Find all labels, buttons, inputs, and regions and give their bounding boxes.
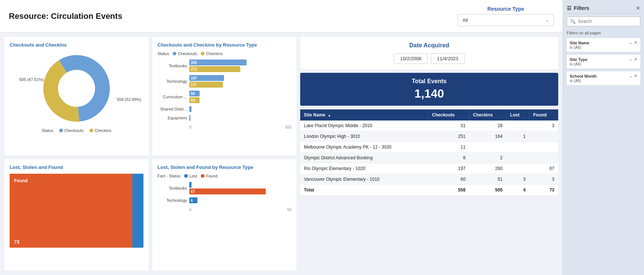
- lost-bar-card-title: Lost, Stolen and Found by Resource Type: [157, 164, 291, 170]
- right-panel: Date Acquired 10/2/2008 11/4/2023 Total …: [300, 37, 558, 271]
- donut-card-title: Checkouts and Checkins: [10, 42, 143, 48]
- close-icon[interactable]: ✕: [636, 5, 640, 11]
- sort-arrow: ▲: [328, 113, 331, 117]
- lost-legend-found: Found: [201, 174, 217, 178]
- cell-site: Olympic District Advanced Booking: [300, 153, 428, 163]
- checkouts-dot: [59, 129, 63, 132]
- technology-checkouts-bar: 187: [189, 75, 224, 81]
- cell-checkouts: 8: [428, 153, 469, 163]
- curriculum-checkouts-bar: 56: [189, 91, 200, 96]
- technology-checkins-bar: 177: [189, 82, 223, 88]
- col-found[interactable]: Found: [529, 109, 558, 120]
- filter-school-month: School Month ⌄ ✕ is (All): [567, 71, 640, 85]
- checkins-dot: [89, 129, 93, 132]
- cell-lost: 1: [506, 131, 529, 142]
- lost-stolen-found-card: Lost, Stolen and Found Found 73: [4, 159, 149, 271]
- bar-row-curriculum: Curriculum ... 56 53: [157, 91, 291, 103]
- cell-found: 3: [529, 120, 558, 131]
- cell-checkouts: 558: [428, 185, 469, 196]
- bar-chart: Textbooks 305 271 Technology 187 177: [157, 60, 291, 129]
- lost-legend-lost: Lost: [184, 174, 197, 178]
- col-lost[interactable]: Lost: [506, 109, 529, 120]
- table-row: Rio Olympic Elementary - 1020 197 260 67: [300, 163, 558, 174]
- table-row: Olympic District Advanced Booking 8 2: [300, 153, 558, 163]
- filter-school-month-value: is (All): [570, 78, 637, 83]
- technology-lost-bar: 6: [189, 197, 197, 203]
- filter-site-name-clear[interactable]: ✕: [634, 40, 637, 45]
- svg-point-2: [58, 70, 95, 107]
- cell-found: 3: [529, 174, 558, 185]
- lost-dot: [184, 174, 188, 178]
- table-row: Lake Placid Olympic Middle - 2010 31 28 …: [300, 120, 558, 131]
- cell-site: Lake Placid Olympic Middle - 2010: [300, 120, 428, 131]
- bar-chart-card: Checkouts and Checkins by Resource Type …: [152, 37, 296, 156]
- filter-site-type: Site Type ⌄ ✕ is (All): [567, 55, 640, 68]
- filter-site-type-chevron[interactable]: ⌄: [629, 57, 633, 62]
- cell-lost: [506, 142, 529, 153]
- total-events-label: Total Events: [305, 78, 553, 85]
- status-label: Status: [42, 128, 53, 133]
- date-range-row: 10/2/2008 11/4/2023: [305, 53, 553, 64]
- cell-checkins: 28: [469, 120, 506, 131]
- filters-sidebar: ☰ Filters ✕ 🔍 Filters on all pages Site …: [563, 0, 644, 275]
- lost-bar-status-row: Fact - Status Lost Found: [157, 174, 291, 178]
- legend-checkouts: Checkouts: [59, 128, 84, 133]
- cell-checkins: 2: [469, 153, 506, 163]
- found-orange-bar: Found 73: [10, 174, 132, 248]
- cell-checkouts: 60: [428, 174, 469, 185]
- textbooks-checkouts-bar: 305: [189, 60, 247, 65]
- bar-row-equipment: Equipment: [157, 115, 291, 121]
- shared-bar: [189, 106, 191, 112]
- cell-site: Total: [300, 185, 428, 196]
- donut-chart: 505 (47.51%) 558 (52.49%): [40, 51, 113, 125]
- filter-school-month-chevron[interactable]: ⌄: [629, 74, 633, 78]
- cell-lost: [506, 153, 529, 163]
- cell-checkins: 260: [469, 163, 506, 174]
- filter-site-type-clear[interactable]: ✕: [634, 57, 637, 62]
- col-site-name[interactable]: Site Name ▲: [300, 109, 428, 120]
- cell-lost: [506, 120, 529, 131]
- data-table-wrap: Site Name ▲ Checkouts Checkins Lost Foun…: [300, 109, 558, 271]
- table-row: Total 558 505 4 73: [300, 185, 558, 196]
- cell-site: Rio Olympic Elementary - 1020: [300, 163, 428, 174]
- filter-school-month-clear[interactable]: ✕: [634, 74, 637, 78]
- filter-site-name-value: is (All): [570, 45, 637, 50]
- donut-checkouts-label: 558 (52.49%): [117, 97, 141, 102]
- lost-bar-axis: 0 50: [157, 208, 291, 212]
- cell-found: [529, 131, 558, 142]
- filter-site-name: Site Name ⌄ ✕ is (All): [567, 38, 640, 52]
- cell-site: London Olympic High - 3010: [300, 131, 428, 142]
- bar-legend-checkins: Checkins: [201, 51, 223, 56]
- lost-fact-label: Fact - Status: [157, 174, 180, 178]
- lost-bar-chart: Textbooks 67 Technology 6 0 50: [157, 182, 291, 212]
- search-icon: 🔍: [570, 19, 576, 24]
- end-date[interactable]: 11/4/2023: [431, 53, 465, 64]
- date-acquired-title: Date Acquired: [305, 42, 553, 49]
- cell-checkouts: 31: [428, 120, 469, 131]
- lost-blue-bar: [132, 174, 143, 248]
- search-input[interactable]: [578, 19, 637, 24]
- cell-lost: 3: [506, 174, 529, 185]
- bar-checkouts-dot: [173, 52, 176, 55]
- cell-checkouts: 197: [428, 163, 469, 174]
- table-row: Melbourne Olympic Academy PK - 12 - 3020…: [300, 142, 558, 153]
- start-date[interactable]: 10/2/2008: [394, 53, 428, 64]
- textbooks-lost-bar: [189, 182, 191, 188]
- cell-site: Melbourne Olympic Academy PK - 12 - 3020: [300, 142, 428, 153]
- site-table: Site Name ▲ Checkouts Checkins Lost Foun…: [300, 109, 558, 196]
- chevron-down-icon: ⌄: [546, 18, 549, 23]
- sidebar-title: ☰ Filters: [567, 5, 589, 11]
- donut-container: 505 (47.51%) 558 (52.49%) Status Checkou…: [10, 51, 143, 133]
- donut-legend: Status Checkouts Checkins: [42, 128, 111, 133]
- cell-found: 67: [529, 163, 558, 174]
- cell-found: [529, 153, 558, 163]
- found-count: 73: [14, 239, 19, 245]
- bar-status-label: Status: [157, 51, 169, 56]
- resource-type-select[interactable]: All ⌄: [458, 14, 554, 26]
- table-row: Vancouver Olympic Elementary - 1010 60 5…: [300, 174, 558, 185]
- cell-checkouts: 251: [428, 131, 469, 142]
- resource-type-filter: Resource Type All ⌄: [458, 6, 554, 26]
- col-checkouts[interactable]: Checkouts: [428, 109, 469, 120]
- filter-site-name-chevron[interactable]: ⌄: [629, 40, 633, 45]
- col-checkins[interactable]: Checkins: [469, 109, 506, 120]
